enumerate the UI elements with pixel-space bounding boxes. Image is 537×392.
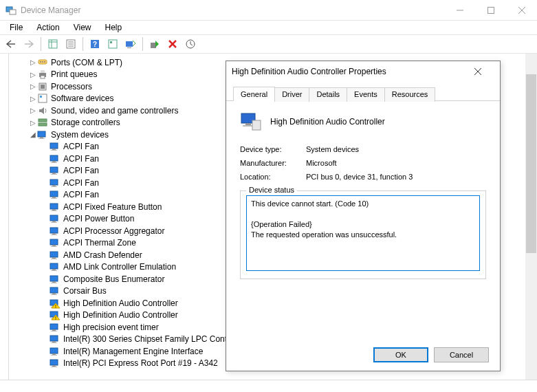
scan-hardware-button[interactable] — [122, 36, 139, 52]
svg-rect-68 — [51, 259, 57, 259]
expand-toggle[interactable]: ▷ — [28, 71, 37, 78]
update-driver-button[interactable] — [182, 36, 199, 52]
svg-rect-86 — [50, 324, 58, 329]
svg-rect-91 — [51, 342, 57, 343]
expand-toggle[interactable]: ▷ — [28, 107, 37, 114]
svg-rect-97 — [51, 367, 57, 367]
tree-item-label: Software devices — [51, 94, 113, 103]
svg-rect-36 — [38, 131, 45, 137]
svg-rect-57 — [50, 215, 58, 221]
maximize-button[interactable] — [475, 0, 506, 21]
svg-rect-42 — [50, 155, 58, 161]
svg-rect-62 — [51, 235, 57, 235]
expand-toggle[interactable]: ▷ — [28, 119, 37, 127]
sys-icon — [50, 202, 61, 213]
svg-rect-1 — [10, 10, 16, 14]
dialog-close-button[interactable] — [474, 67, 494, 76]
close-button[interactable] — [506, 0, 537, 21]
dialog-body: High Definition Audio Controller Device … — [226, 101, 500, 286]
svg-rect-46 — [52, 173, 56, 174]
ok-button[interactable]: OK — [373, 347, 428, 362]
expand-toggle[interactable]: ▷ — [28, 83, 37, 90]
svg-rect-61 — [52, 233, 56, 235]
device-large-icon — [240, 111, 262, 133]
sys-icon — [50, 237, 61, 248]
svg-rect-71 — [51, 270, 57, 271]
syswarn-icon: ! — [50, 298, 61, 309]
manufacturer-label: Manufacturer: — [240, 159, 306, 167]
menu-file[interactable]: File — [4, 21, 28, 34]
expand-toggle[interactable]: ▷ — [28, 58, 37, 66]
toolbar-separator — [41, 37, 41, 51]
sys-icon — [50, 213, 61, 224]
svg-rect-44 — [51, 162, 57, 163]
menu-action[interactable]: Action — [31, 21, 65, 34]
show-hide-tree-button[interactable] — [45, 36, 61, 52]
svg-rect-101 — [245, 123, 251, 125]
scrollbar-thumb[interactable] — [526, 74, 536, 253]
minimize-button[interactable] — [444, 0, 475, 21]
tab-details[interactable]: Details — [309, 87, 347, 102]
cancel-button[interactable]: Cancel — [434, 347, 489, 362]
svg-point-24 — [40, 61, 41, 63]
svg-rect-73 — [52, 281, 56, 283]
syswarn-icon: ! — [50, 309, 61, 320]
tree-item-label: System devices — [51, 130, 109, 140]
svg-rect-72 — [50, 276, 58, 281]
dialog-title: High Definition Audio Controller Propert… — [232, 67, 474, 76]
tree-item-label: Sound, video and game controllers — [51, 106, 178, 116]
dialog-tabstrip: General Driver Details Events Resources — [226, 82, 500, 101]
svg-rect-3 — [487, 7, 494, 13]
back-button[interactable] — [3, 36, 19, 52]
svg-rect-43 — [52, 161, 56, 162]
properties-button[interactable] — [63, 36, 79, 52]
device-name: High Definition Audio Controller — [270, 117, 385, 127]
dialog-titlebar[interactable]: High Definition Audio Controller Propert… — [226, 61, 500, 82]
expand-toggle[interactable]: ▷ — [28, 95, 37, 102]
tree-item-label: ACPI Fan — [63, 142, 99, 151]
sound-icon — [37, 105, 48, 116]
svg-rect-31 — [41, 85, 45, 89]
forward-button[interactable] — [21, 36, 37, 52]
location-value: PCI bus 0, device 31, function 3 — [306, 173, 413, 181]
tree-scrollbar[interactable] — [525, 54, 537, 380]
tab-events[interactable]: Events — [347, 87, 385, 102]
svg-rect-40 — [52, 149, 56, 150]
tree-item-label: Composite Bus Enumerator — [63, 274, 164, 284]
sys-icon — [50, 322, 61, 333]
svg-rect-59 — [51, 222, 57, 223]
manufacturer-value: Microsoft — [306, 159, 337, 167]
svg-rect-48 — [50, 179, 58, 185]
enable-device-button[interactable] — [146, 36, 163, 52]
svg-text:!: ! — [55, 316, 56, 320]
expand-toggle[interactable]: ◢ — [28, 131, 37, 138]
sys-icon — [50, 346, 61, 357]
sys-icon — [50, 358, 61, 369]
svg-rect-49 — [52, 185, 56, 186]
svg-point-26 — [44, 61, 45, 63]
tree-item-label: AMD Crash Defender — [63, 250, 142, 260]
svg-rect-77 — [51, 294, 57, 295]
device-status-text[interactable] — [246, 195, 480, 271]
tab-driver[interactable]: Driver — [274, 87, 309, 102]
sys-icon — [50, 141, 61, 152]
device-type-value: System devices — [306, 145, 359, 153]
tree-item-label: ACPI Fan — [63, 190, 99, 199]
svg-rect-17 — [126, 41, 133, 47]
svg-text:?: ? — [93, 41, 97, 48]
svg-rect-76 — [52, 293, 56, 294]
help-button[interactable]: ? — [87, 36, 103, 52]
uninstall-device-button[interactable] — [164, 36, 181, 52]
svg-rect-87 — [52, 329, 56, 331]
tab-resources[interactable]: Resources — [384, 87, 436, 102]
toolbar-icon-2[interactable] — [105, 36, 121, 52]
menu-view[interactable]: View — [68, 21, 97, 34]
menu-help[interactable]: Help — [100, 21, 128, 34]
device-type-label: Device type: — [240, 145, 306, 153]
svg-rect-54 — [50, 204, 58, 209]
window-title: Device Manager — [21, 6, 444, 15]
svg-rect-103 — [252, 120, 261, 130]
svg-rect-15 — [109, 40, 117, 48]
tree-item-label: ACPI Fan — [63, 178, 99, 188]
tab-general[interactable]: General — [233, 87, 275, 101]
